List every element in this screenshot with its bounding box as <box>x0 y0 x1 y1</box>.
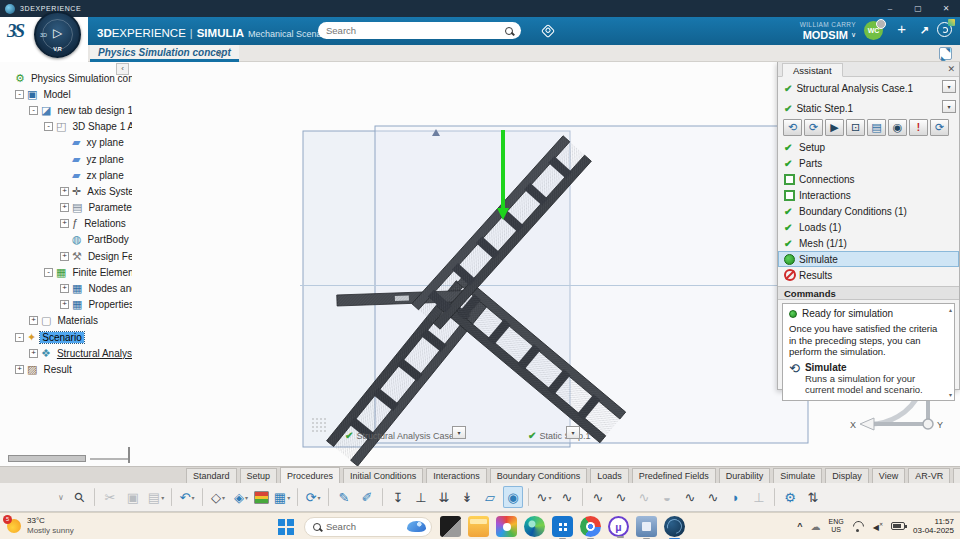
actionbar-tab[interactable]: Initial Conditions <box>343 468 423 483</box>
tree-expander-icon[interactable] <box>60 187 69 196</box>
task-view-icon[interactable] <box>440 516 461 537</box>
graph-colors-icon[interactable] <box>254 491 269 504</box>
tree-collapse-button[interactable]: ‹ <box>116 63 129 75</box>
actionbar-tab[interactable]: Display <box>825 468 869 483</box>
tree-hscroll-track[interactable] <box>90 458 128 460</box>
assistant-step[interactable]: Results <box>778 267 959 283</box>
toolbar-separator[interactable] <box>94 488 95 506</box>
diagnostics-icon[interactable] <box>909 119 928 136</box>
tree-item[interactable]: Properties <box>0 297 132 313</box>
close-button[interactable]: ✕ <box>932 0 960 17</box>
actionbar-tab[interactable]: Procedures <box>280 467 340 483</box>
tree-item-label[interactable]: zx plane <box>84 170 125 181</box>
curve-user-icon[interactable] <box>703 486 723 508</box>
assistant-step[interactable]: Setup <box>778 139 959 155</box>
zoom-icon[interactable] <box>64 482 94 512</box>
sketch-icon[interactable] <box>334 486 354 508</box>
add-content-button[interactable]: + <box>897 20 906 37</box>
tree-expander-icon[interactable] <box>15 333 24 342</box>
tree-item[interactable]: xy plane <box>0 135 132 151</box>
tree-hscroll-thumb[interactable] <box>8 455 86 462</box>
remote-force-icon[interactable] <box>457 486 477 508</box>
battery-icon[interactable] <box>891 522 905 530</box>
help-compass-icon[interactable] <box>937 22 952 37</box>
restore-button[interactable]: ▢ <box>904 0 932 17</box>
applied-force-icon[interactable] <box>434 486 454 508</box>
case-dropdown[interactable] <box>942 80 956 93</box>
actionbar-tab[interactable]: Durability <box>719 468 771 483</box>
clock[interactable]: 11:57 03-04-2025 <box>913 517 954 536</box>
tree-item-label[interactable]: 3D Shape 1 A.1 <box>70 121 132 132</box>
toolbar-separator[interactable] <box>328 488 329 506</box>
tree-expander-icon[interactable] <box>29 316 38 325</box>
tree-expander-icon[interactable] <box>15 90 24 99</box>
curve-modal-icon[interactable] <box>634 486 654 508</box>
tree-item-label[interactable]: Materials <box>55 315 100 326</box>
tree-item[interactable]: yz plane <box>0 151 132 167</box>
surface-section-icon[interactable] <box>480 486 500 508</box>
tree-item[interactable]: 3D Shape 1 A.1 <box>0 119 132 135</box>
actionbar-tab[interactable]: Tools <box>953 468 960 483</box>
close-icon[interactable]: ✕ <box>947 64 955 74</box>
tree-panel-divider[interactable] <box>128 447 130 463</box>
curve-time-icon[interactable] <box>680 486 700 508</box>
tree-item[interactable]: PartBody <box>0 232 132 248</box>
actionbar-tab[interactable]: Standard <box>186 468 237 483</box>
step-dropdown[interactable] <box>942 100 956 113</box>
model-checks-icon[interactable] <box>780 486 800 508</box>
weather-widget[interactable]: 5 33°C Mostly sunny <box>7 516 74 535</box>
tree-expander-icon[interactable] <box>60 252 69 261</box>
toolbar-separator[interactable] <box>171 488 172 506</box>
tree-item-label[interactable]: Nodes and Elem <box>86 283 132 294</box>
collapse-window-icon[interactable] <box>939 47 952 60</box>
photos-icon[interactable] <box>496 516 517 537</box>
search-icon[interactable] <box>505 27 513 35</box>
toolbar-separator[interactable] <box>528 488 529 506</box>
language-indicator[interactable]: ENG US <box>829 518 844 534</box>
assistant-tab[interactable]: Assistant <box>782 63 843 77</box>
tree-item-label[interactable]: Design Features <box>86 251 132 262</box>
visibility-icon[interactable] <box>888 119 907 136</box>
eraser-icon[interactable] <box>357 486 377 508</box>
share-icon[interactable]: ↗ <box>920 24 929 37</box>
new-content-icon[interactable] <box>208 486 228 508</box>
workspace-selector[interactable]: MODSIM ∨ <box>803 29 856 41</box>
tree-item-label[interactable]: Axis Systems <box>85 186 132 197</box>
tree-expander-icon[interactable] <box>44 122 53 131</box>
tree-item[interactable]: Relations <box>0 216 132 232</box>
chrome-icon[interactable] <box>580 516 601 537</box>
start-button[interactable] <box>276 517 296 537</box>
volume-muted-icon[interactable]: ◀ <box>873 521 883 532</box>
tree-item[interactable]: zx plane <box>0 167 132 183</box>
cad-tool-app-icon[interactable] <box>636 516 657 537</box>
tree-item-label[interactable]: yz plane <box>84 154 125 165</box>
tree-item[interactable]: Physics Simulation conceptu <box>0 70 132 86</box>
toolbar-separator[interactable] <box>582 488 583 506</box>
tree-expander-icon[interactable] <box>60 284 69 293</box>
wifi-icon[interactable] <box>852 521 865 532</box>
toolbar-separator[interactable] <box>202 488 203 506</box>
tree-item-label[interactable]: Scenario <box>40 332 83 343</box>
tree-item[interactable]: Nodes and Elem <box>0 280 132 296</box>
tree-expander-icon[interactable] <box>15 365 24 374</box>
curve-cyclic-icon[interactable] <box>588 486 608 508</box>
paste-icon[interactable] <box>146 486 166 508</box>
tree-item-label[interactable]: Result <box>41 364 73 375</box>
prescribed-displacement-icon[interactable] <box>388 486 408 508</box>
tree-item[interactable]: new tab design 1 A.1 <box>0 102 132 118</box>
tree-item[interactable]: Finite Element Moc <box>0 264 132 280</box>
refresh-all-icon[interactable] <box>930 119 949 136</box>
specification-tree-icon[interactable] <box>272 486 292 508</box>
amplitude-step-icon[interactable] <box>534 486 554 508</box>
tree-item[interactable]: Scenario <box>0 329 132 345</box>
tree-item[interactable]: Result <box>0 361 132 377</box>
update-icon[interactable] <box>303 486 323 508</box>
assistant-step[interactable]: Mesh (1/1) <box>778 235 959 251</box>
tree-expander-icon[interactable] <box>29 349 38 358</box>
tree-item[interactable]: Structural Analysis Ca <box>0 345 132 361</box>
insert-existing-product-icon[interactable] <box>231 486 251 508</box>
check-scenario-icon[interactable] <box>804 119 823 136</box>
step-frame-dropdown[interactable] <box>566 426 580 439</box>
assistant-step-row[interactable]: ✔ Static Step.1 <box>778 97 959 117</box>
new-tab-button[interactable]: + <box>216 47 223 61</box>
